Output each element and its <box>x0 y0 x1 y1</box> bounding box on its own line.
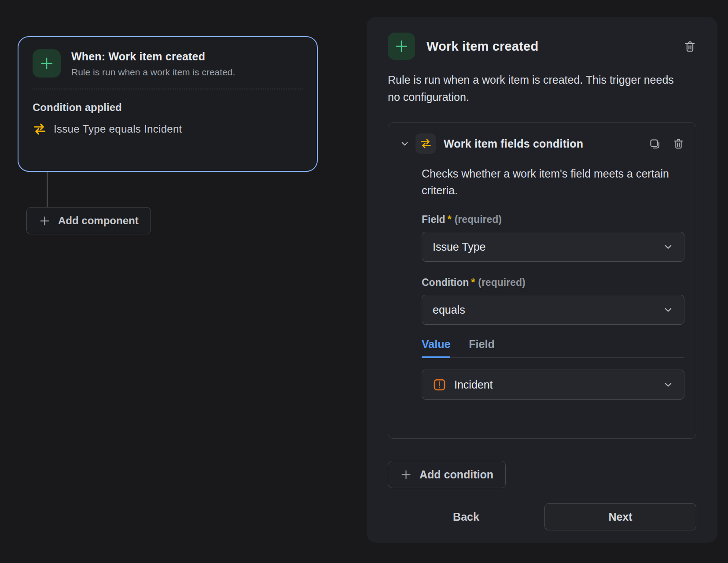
chevron-down-icon <box>400 139 410 149</box>
condition-card: Work item fields condition <box>388 122 696 439</box>
tab-value[interactable]: Value <box>422 338 450 357</box>
trigger-card-header: When: Work item created Rule is run when… <box>33 49 303 78</box>
connector-line <box>47 172 48 207</box>
condition-label-text: Condition <box>422 277 469 288</box>
condition-card-title: Work item fields condition <box>444 137 649 150</box>
plus-icon <box>39 215 51 227</box>
required-asterisk: * <box>471 277 475 288</box>
trigger-card-subtitle: Rule is run when a work item is created. <box>71 67 235 78</box>
delete-condition-button[interactable] <box>673 138 684 150</box>
condition-description: Checks whether a work item's field meets… <box>422 165 669 199</box>
condition-type-icon-box <box>415 133 436 154</box>
value-select-value: Incident <box>454 378 655 391</box>
panel-footer: Back Next <box>388 503 696 530</box>
condition-summary-row[interactable]: Issue Type equals Incident <box>33 123 303 135</box>
add-component-button[interactable]: Add component <box>26 207 151 234</box>
chevron-down-icon <box>663 304 673 315</box>
chevron-down-icon <box>663 379 673 390</box>
required-text: (required) <box>455 214 502 225</box>
required-text: (required) <box>478 277 525 288</box>
condition-summary-text: Issue Type equals Incident <box>54 123 182 135</box>
trash-icon <box>673 138 684 150</box>
incident-alert-icon <box>433 378 446 392</box>
panel-description: Rule is run when a work item is created.… <box>388 71 684 106</box>
value-select[interactable]: Incident <box>422 370 684 400</box>
condition-select-value: equals <box>433 304 663 316</box>
required-asterisk: * <box>448 214 452 225</box>
condition-card-actions <box>649 138 684 150</box>
trigger-card[interactable]: When: Work item created Rule is run when… <box>18 36 318 172</box>
condition-applied-heading: Condition applied <box>33 101 303 114</box>
add-component-label: Add component <box>58 215 139 227</box>
duplicate-condition-button[interactable] <box>649 138 661 150</box>
trigger-plus-icon <box>33 49 61 78</box>
value-source-tabs: Value Field <box>422 338 684 358</box>
delete-trigger-button[interactable] <box>684 40 696 53</box>
trigger-card-texts: When: Work item created Rule is run when… <box>71 49 235 78</box>
divider <box>33 89 303 89</box>
trigger-card-title: When: Work item created <box>71 50 235 63</box>
condition-label: Condition*(required) <box>422 277 684 289</box>
field-select-value: Issue Type <box>433 241 663 253</box>
copy-icon <box>649 138 661 150</box>
next-button[interactable]: Next <box>544 503 696 530</box>
add-condition-button[interactable]: Add condition <box>388 461 506 488</box>
condition-card-header: Work item fields condition <box>400 133 684 154</box>
swap-arrows-icon <box>420 138 432 149</box>
collapse-button[interactable] <box>400 139 410 149</box>
trash-icon <box>684 40 696 53</box>
field-label-text: Field <box>422 214 445 225</box>
config-panel: Work item created Rule is run when a wor… <box>367 17 717 543</box>
back-button[interactable]: Back <box>388 511 544 523</box>
field-label: Field*(required) <box>422 214 684 226</box>
field-select[interactable]: Issue Type <box>422 232 684 262</box>
condition-card-body: Checks whether a work item's field meets… <box>422 165 684 400</box>
condition-select[interactable]: equals <box>422 295 684 325</box>
panel-header: Work item created <box>388 33 696 60</box>
swap-arrows-icon <box>33 123 47 135</box>
chevron-down-icon <box>663 241 673 252</box>
trigger-plus-icon <box>388 33 415 60</box>
panel-title: Work item created <box>427 39 672 54</box>
tab-field[interactable]: Field <box>469 338 494 357</box>
add-condition-label: Add condition <box>419 468 493 481</box>
plus-icon <box>400 469 412 481</box>
